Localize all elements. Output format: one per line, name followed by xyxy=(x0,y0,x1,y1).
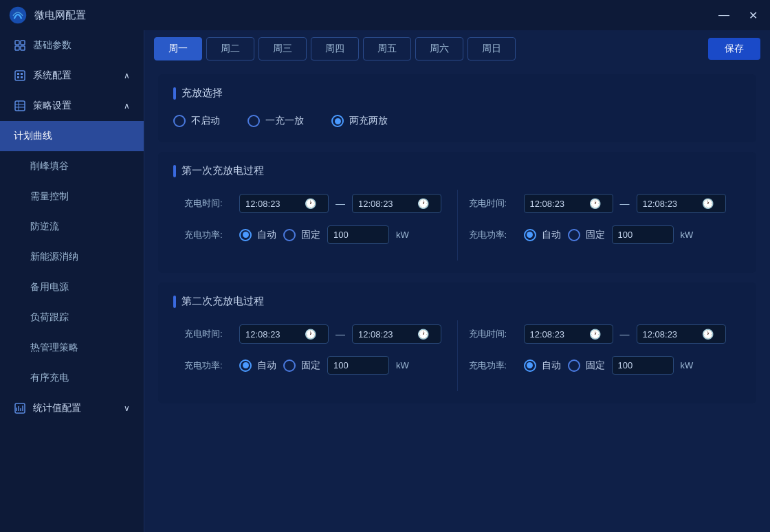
radio-one-label: 一充一放 xyxy=(265,115,304,127)
radio-none[interactable]: 不启动 xyxy=(173,115,220,127)
minimize-button[interactable]: — xyxy=(714,8,734,23)
sidebar-label-ordered-charge: 有序充电 xyxy=(30,372,69,384)
second-left-time-start-field[interactable] xyxy=(245,329,300,340)
title-bar-decoration xyxy=(173,87,176,100)
first-process-left: 充电时间: 🕐 — 🕐 充电功率: xyxy=(173,190,457,261)
first-right-power-row: 充电功率: 自动 固定 k xyxy=(469,225,731,244)
second-right-fixed-label: 固定 xyxy=(586,359,605,372)
sidebar-label-basic-params: 基础参数 xyxy=(33,39,72,52)
second-left-time-end-input[interactable]: 🕐 xyxy=(352,324,441,344)
first-left-fixed-circle xyxy=(283,229,296,241)
tab-thursday[interactable]: 周四 xyxy=(311,37,359,60)
svg-rect-8 xyxy=(17,76,19,78)
radio-two-label: 两充两放 xyxy=(349,115,388,127)
first-right-time-start-field[interactable] xyxy=(530,199,585,209)
clock-icon-7: 🕐 xyxy=(589,329,601,340)
first-right-fixed-label: 固定 xyxy=(586,229,605,241)
window-controls: — ✕ xyxy=(714,8,762,23)
sidebar-item-ordered-charge[interactable]: 有序充电 xyxy=(0,363,144,393)
chevron-up-icon: ∧ xyxy=(124,71,130,80)
radio-circle-one xyxy=(248,115,260,127)
tab-monday[interactable]: 周一 xyxy=(154,37,202,60)
sidebar-item-strategy-settings[interactable]: 策略设置 ∧ xyxy=(0,91,144,121)
clock-icon-4: 🕐 xyxy=(702,198,714,209)
first-right-power-label: 充电功率: xyxy=(469,229,517,241)
radio-circle-two xyxy=(331,115,344,127)
sidebar-item-plan-curve[interactable]: 计划曲线 xyxy=(0,121,144,151)
second-left-time-start-input[interactable]: 🕐 xyxy=(239,324,329,344)
second-left-fixed-radio[interactable]: 固定 xyxy=(283,359,320,372)
sidebar-item-peak-fill[interactable]: 削峰填谷 xyxy=(0,151,144,181)
sidebar-label-backup-power: 备用电源 xyxy=(30,281,69,293)
tab-wednesday[interactable]: 周三 xyxy=(258,37,307,60)
radio-one[interactable]: 一充一放 xyxy=(248,115,304,127)
second-right-power-field[interactable] xyxy=(618,360,668,370)
sidebar-item-thermal[interactable]: 热管理策略 xyxy=(0,333,144,363)
second-right-power-unit: kW xyxy=(681,360,694,370)
dash-1: — xyxy=(336,198,345,209)
grid-icon xyxy=(14,39,26,52)
first-right-auto-circle xyxy=(524,229,536,241)
clock-icon-5: 🕐 xyxy=(305,329,316,340)
chevron-down-icon: ∨ xyxy=(124,403,130,413)
second-right-fixed-radio[interactable]: 固定 xyxy=(568,359,605,372)
first-right-auto-label: 自动 xyxy=(542,229,561,241)
first-right-fixed-radio[interactable]: 固定 xyxy=(568,229,605,241)
first-right-time-end-field[interactable] xyxy=(643,199,698,209)
tab-tuesday[interactable]: 周二 xyxy=(206,37,254,60)
radio-two[interactable]: 两充两放 xyxy=(331,115,388,127)
first-left-power-unit: kW xyxy=(396,230,409,240)
second-left-power-input[interactable] xyxy=(327,356,389,375)
sidebar-label-stats-config: 统计值配置 xyxy=(33,402,81,414)
first-left-time-start-input[interactable]: 🕐 xyxy=(239,194,329,213)
first-left-time-end-field[interactable] xyxy=(358,199,413,209)
first-right-time-start-input[interactable]: 🕐 xyxy=(524,194,613,213)
second-right-power-input[interactable] xyxy=(612,356,674,375)
first-right-power-input[interactable] xyxy=(612,225,674,244)
radio-none-label: 不启动 xyxy=(191,115,220,127)
first-left-time-start-field[interactable] xyxy=(245,199,300,209)
sidebar-item-anti-backflow[interactable]: 防逆流 xyxy=(0,212,144,242)
charge-radio-group: 不启动 一充一放 两充两放 xyxy=(173,112,741,130)
second-right-time-end-field[interactable] xyxy=(643,329,698,340)
first-left-auto-radio[interactable]: 自动 xyxy=(239,229,276,241)
first-left-power-row: 充电功率: 自动 固定 k xyxy=(184,225,446,244)
tab-sunday[interactable]: 周日 xyxy=(468,37,516,60)
first-process-label: 第一次充放电过程 xyxy=(182,164,264,177)
tab-saturday[interactable]: 周六 xyxy=(415,37,463,60)
first-left-auto-label: 自动 xyxy=(257,229,276,241)
sidebar-item-demand-control[interactable]: 需量控制 xyxy=(0,181,144,212)
save-button[interactable]: 保存 xyxy=(708,38,760,60)
tab-friday[interactable]: 周五 xyxy=(363,37,411,60)
first-left-time-end-input[interactable]: 🕐 xyxy=(352,194,441,213)
second-right-time-start-field[interactable] xyxy=(530,329,585,340)
close-button[interactable]: ✕ xyxy=(745,8,762,23)
second-right-time-end-input[interactable]: 🕐 xyxy=(637,324,726,344)
second-right-auto-radio[interactable]: 自动 xyxy=(524,359,561,372)
charge-selection-label: 充放选择 xyxy=(182,87,223,100)
sidebar-item-basic-params[interactable]: 基础参数 xyxy=(0,30,144,60)
sidebar-item-load-track[interactable]: 负荷跟踪 xyxy=(0,302,144,333)
sidebar-item-backup-power[interactable]: 备用电源 xyxy=(0,272,144,302)
app-title: 微电网配置 xyxy=(34,9,86,22)
first-right-power-field[interactable] xyxy=(618,230,668,240)
svg-rect-1 xyxy=(15,41,19,45)
first-left-power-label: 充电功率: xyxy=(184,229,232,241)
second-right-time-start-input[interactable]: 🕐 xyxy=(524,324,613,344)
second-left-power-label: 充电功率: xyxy=(184,359,232,372)
sidebar-item-stats-config[interactable]: 统计值配置 ∨ xyxy=(0,393,144,423)
table-icon xyxy=(14,100,26,112)
sidebar-item-system-config[interactable]: 系统配置 ∧ xyxy=(0,60,144,91)
sidebar-item-new-energy[interactable]: 新能源消纳 xyxy=(0,242,144,272)
first-left-power-input[interactable] xyxy=(327,225,389,244)
chevron-up-icon-2: ∧ xyxy=(124,101,130,111)
sidebar-label-new-energy: 新能源消纳 xyxy=(30,251,78,263)
second-left-power-field[interactable] xyxy=(333,360,383,370)
first-right-auto-radio[interactable]: 自动 xyxy=(524,229,561,241)
second-left-power-unit: kW xyxy=(396,360,409,370)
second-left-time-end-field[interactable] xyxy=(358,329,413,340)
first-left-power-field[interactable] xyxy=(333,230,383,240)
second-left-auto-radio[interactable]: 自动 xyxy=(239,359,276,372)
first-right-time-end-input[interactable]: 🕐 xyxy=(637,194,726,213)
first-left-fixed-radio[interactable]: 固定 xyxy=(283,229,320,241)
